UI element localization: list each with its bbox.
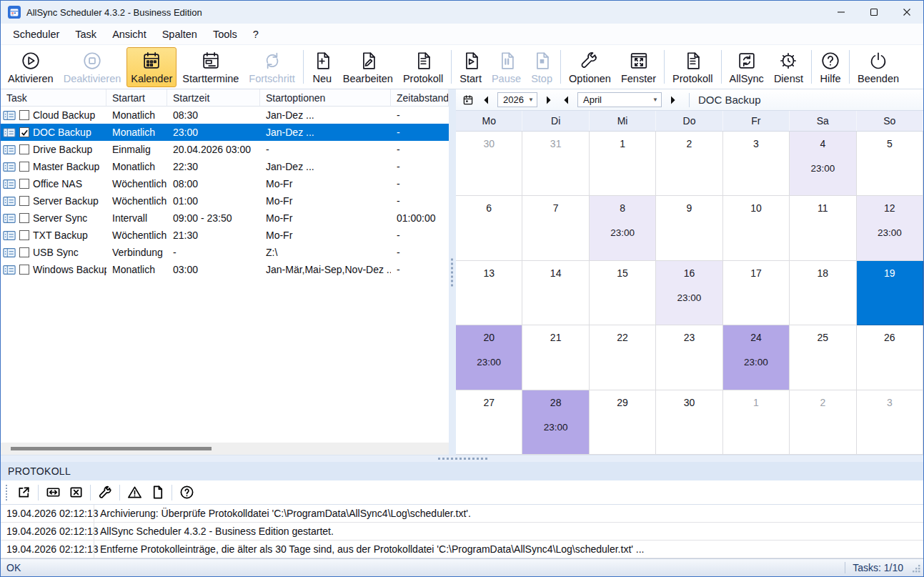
warning-icon[interactable] — [124, 483, 145, 502]
horizontal-scrollbar[interactable] — [1, 443, 449, 455]
toolbar-button-stop[interactable]: Stop — [527, 47, 557, 87]
toolbar-button-bearbeiten[interactable]: Bearbeiten — [339, 47, 397, 87]
month-prev-button[interactable] — [559, 92, 575, 108]
calendar-today-button[interactable] — [460, 92, 476, 108]
calendar-day-cell[interactable]: 23 — [656, 325, 722, 390]
question-small-icon[interactable] — [176, 483, 197, 502]
calendar-day-cell[interactable]: 31 — [522, 132, 589, 196]
year-next-button[interactable] — [540, 92, 556, 108]
toolbar-button-starttermine[interactable]: Starttermine — [178, 47, 243, 87]
toolbar-button-fenster[interactable]: Fenster — [617, 47, 660, 87]
calendar-day-cell[interactable]: 6 — [456, 196, 522, 260]
table-row[interactable]: Server BackupWöchentlich01:00Mo-Fr- — [1, 192, 449, 209]
calendar-day-cell[interactable]: 2 — [656, 132, 722, 196]
table-row[interactable]: DOC BackupMonatlich23:00Jan-Dez ...- — [1, 124, 449, 141]
resize-grip[interactable] — [912, 564, 921, 576]
toolbar-button-hilfe[interactable]: Hilfe — [815, 47, 845, 87]
table-row[interactable]: TXT BackupWöchentlich21:30Mo-Fr- — [1, 227, 449, 244]
table-row[interactable]: Drive BackupEinmalig20.04.2026 03:00-- — [1, 141, 449, 158]
toolbar-button-beenden[interactable]: Beenden — [853, 47, 903, 87]
task-checkbox[interactable] — [19, 265, 29, 275]
calendar-day-cell[interactable]: 1 — [590, 132, 656, 196]
calendar-day-cell[interactable]: 1223:00 — [857, 196, 923, 260]
calendar-day-cell[interactable]: 22 — [590, 325, 656, 390]
toolbar-button-pause[interactable]: Pause — [487, 47, 525, 87]
column-header-startoptionen[interactable]: Startoptionen — [260, 89, 391, 106]
calendar-day-cell[interactable]: 15 — [590, 261, 656, 325]
calendar-day-cell[interactable]: 27 — [456, 390, 522, 455]
wrench-small-icon[interactable] — [94, 483, 116, 502]
calendar-day-cell[interactable]: 823:00 — [590, 196, 656, 260]
calendar-day-cell[interactable]: 29 — [590, 390, 656, 455]
calendar-day-cell[interactable]: 10 — [723, 196, 790, 260]
toolbar-button-optionen[interactable]: Optionen — [565, 47, 615, 87]
task-checkbox[interactable] — [19, 179, 29, 189]
toolbar-button-neu[interactable]: Neu — [307, 47, 337, 87]
column-header-zeitabstand[interactable]: Zeitabstand — [391, 89, 449, 106]
table-row[interactable]: Cloud BackupMonatlich08:30Jan-Dez ...- — [1, 107, 449, 124]
toolbar-button-aktivieren[interactable]: Aktivieren — [4, 47, 58, 87]
menu-item-tools[interactable]: Tools — [205, 26, 245, 43]
calendar-day-cell[interactable]: 18 — [790, 261, 856, 325]
calendar-day-cell[interactable]: 3 — [723, 132, 790, 196]
column-header-startzeit[interactable]: Startzeit — [167, 89, 260, 106]
scrollbar-thumb[interactable] — [11, 447, 212, 450]
calendar-day-cell[interactable]: 21 — [522, 325, 589, 390]
popout-icon[interactable] — [13, 483, 34, 502]
document-small-icon[interactable] — [146, 483, 168, 502]
table-row[interactable]: USB SyncVerbindung-Z:\- — [1, 244, 449, 261]
calendar-day-cell[interactable]: 2023:00 — [456, 325, 522, 390]
calendar-day-cell[interactable]: 14 — [522, 261, 589, 325]
column-header-task[interactable]: Task — [1, 89, 106, 106]
task-checkbox[interactable] — [19, 127, 29, 137]
calendar-day-cell[interactable]: 1623:00 — [656, 261, 722, 325]
task-checkbox[interactable] — [19, 162, 29, 172]
task-checkbox[interactable] — [19, 110, 29, 120]
task-checkbox[interactable] — [19, 213, 29, 223]
calendar-day-cell[interactable]: 17 — [723, 261, 790, 325]
menu-item-ansicht[interactable]: Ansicht — [104, 26, 154, 43]
calendar-day-cell[interactable]: 2 — [790, 390, 856, 455]
table-row[interactable]: Server SyncIntervall09:00 - 23:50Mo-Fr01… — [1, 209, 449, 227]
year-select[interactable]: 2026 ▼ — [497, 92, 537, 107]
menu-item-scheduler[interactable]: Scheduler — [5, 26, 67, 43]
table-row[interactable]: Windows BackupMonatlich03:00Jan-Mär,Mai-… — [1, 261, 449, 278]
calendar-day-cell[interactable]: 1 — [723, 390, 790, 455]
task-checkbox[interactable] — [19, 247, 29, 257]
calendar-day-cell[interactable]: 30 — [456, 132, 522, 196]
vertical-splitter[interactable] — [449, 89, 456, 455]
toolbar-button-dienst[interactable]: Dienst — [770, 47, 808, 87]
calendar-day-cell[interactable]: 19 — [857, 261, 923, 325]
toolbar-button-allsync[interactable]: AllSync — [725, 47, 768, 87]
toolbar-button-kalender[interactable]: Kalender — [126, 47, 177, 87]
arrows-h-box-icon[interactable] — [42, 483, 64, 502]
calendar-day-cell[interactable]: 13 — [456, 261, 522, 325]
month-select[interactable]: April ▼ — [577, 92, 662, 107]
table-row[interactable]: Office NASWöchentlich08:00Mo-Fr- — [1, 175, 449, 192]
toolbar-button-deaktivieren[interactable]: Deaktivieren — [59, 47, 126, 87]
calendar-day-cell[interactable]: 423:00 — [790, 132, 856, 196]
toolbar-button-protokoll[interactable]: Protokoll — [668, 47, 717, 87]
calendar-day-cell[interactable]: 25 — [790, 325, 856, 390]
x-box-icon[interactable] — [65, 483, 86, 502]
horizontal-splitter[interactable] — [1, 455, 923, 462]
calendar-day-cell[interactable]: 30 — [656, 390, 722, 455]
task-checkbox[interactable] — [19, 196, 29, 206]
calendar-day-cell[interactable]: 7 — [522, 196, 589, 260]
menu-item-spalten[interactable]: Spalten — [154, 26, 205, 43]
menu-item-help[interactable]: ? — [245, 26, 267, 43]
drag-handle-icon[interactable] — [6, 485, 7, 500]
toolbar-button-start[interactable]: Start — [455, 47, 486, 87]
calendar-day-cell[interactable]: 26 — [857, 325, 923, 390]
calendar-day-cell[interactable]: 3 — [857, 390, 923, 455]
menu-item-task[interactable]: Task — [67, 26, 104, 43]
table-row[interactable]: Master BackupMonatlich22:30Jan-Dez ...- — [1, 158, 449, 175]
calendar-day-cell[interactable]: 2423:00 — [723, 325, 790, 390]
log-entry[interactable]: 19.04.2026 02:12:13Archivierung: Überprü… — [1, 505, 923, 523]
toolbar-button-fortschritt[interactable]: Fortschritt — [244, 47, 299, 87]
log-entry[interactable]: 19.04.2026 02:12:13Entferne Protokollein… — [1, 541, 923, 558]
toolbar-button-protokoll[interactable]: Protokoll — [399, 47, 447, 87]
task-checkbox[interactable] — [19, 230, 29, 240]
calendar-day-cell[interactable]: 11 — [790, 196, 856, 260]
column-header-startart[interactable]: Startart — [106, 89, 167, 106]
